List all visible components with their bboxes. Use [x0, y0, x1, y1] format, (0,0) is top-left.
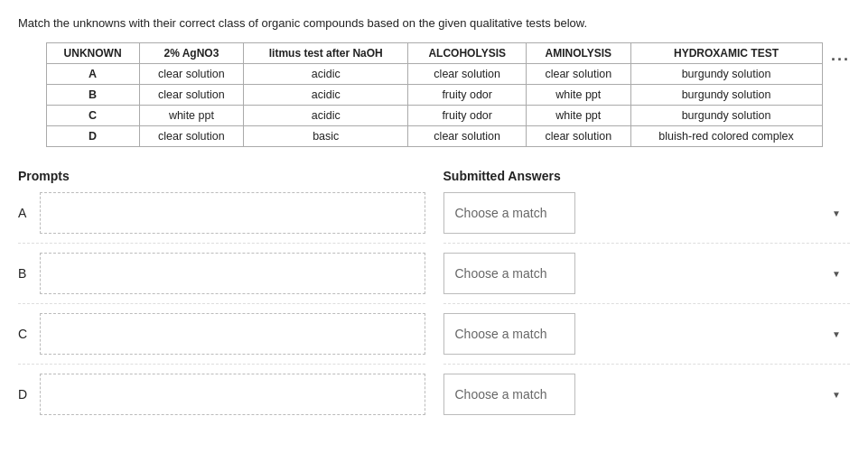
col-header-aminolysis: AMINOLYSIS	[527, 43, 630, 64]
prompt-label-A: A	[18, 206, 40, 220]
cell-litmus-A: acidic	[244, 64, 408, 85]
answer-row: Choose a matchEsterAcid ChlorideAmineAmi…	[443, 253, 851, 304]
prompts-header: Prompts	[18, 169, 425, 183]
prompt-box-A	[40, 192, 425, 234]
answers-rows: Choose a matchEsterAcid ChlorideAmineAmi…	[443, 192, 851, 424]
cell-agno3-D: clear solution	[139, 126, 243, 147]
cell-aminolysis-B: white ppt	[527, 85, 630, 106]
answer-select-D[interactable]: Choose a matchEsterAcid ChlorideAmineAmi…	[443, 374, 575, 415]
prompt-label-B: B	[18, 266, 40, 281]
col-header-alcoholysis: ALCOHOLYSIS	[408, 43, 527, 64]
more-options-button[interactable]: ...	[831, 46, 850, 65]
cell-unknown-C: C	[46, 106, 139, 126]
cell-aminolysis-C: white ppt	[527, 106, 630, 126]
prompt-row: A	[18, 192, 425, 244]
table-row: Cwhite pptacidicfruity odorwhite pptburg…	[46, 106, 822, 126]
cell-unknown-A: A	[46, 64, 139, 85]
answer-row: Choose a matchEsterAcid ChlorideAmineAmi…	[443, 313, 851, 365]
cell-alcoholysis-A: clear solution	[408, 64, 527, 85]
prompts-rows: ABCD	[18, 192, 425, 424]
prompt-row: D	[18, 374, 425, 415]
col-header-litmus: litmus test after NaOH	[244, 43, 408, 64]
cell-agno3-B: clear solution	[139, 85, 243, 106]
match-section: Prompts ABCD Submitted Answers Choose a …	[18, 169, 850, 424]
instructions: Match the unknowns with their correct cl…	[18, 16, 850, 30]
cell-aminolysis-D: clear solution	[527, 126, 630, 147]
cell-hydroxamic-D: bluish-red colored complex	[630, 126, 822, 147]
cell-alcoholysis-C: fruity odor	[408, 106, 527, 126]
table-row: Dclear solutionbasicclear solutionclear …	[46, 126, 822, 147]
cell-agno3-A: clear solution	[139, 64, 243, 85]
cell-alcoholysis-B: fruity odor	[408, 85, 527, 106]
prompt-box-B	[40, 253, 425, 294]
cell-litmus-C: acidic	[244, 106, 408, 126]
answer-select-B[interactable]: Choose a matchEsterAcid ChlorideAmineAmi…	[443, 253, 575, 294]
answer-select-C[interactable]: Choose a matchEsterAcid ChlorideAmineAmi…	[443, 313, 575, 355]
cell-hydroxamic-C: burgundy solution	[630, 106, 822, 126]
answer-row: Choose a matchEsterAcid ChlorideAmineAmi…	[443, 374, 851, 415]
table-row: Aclear solutionacidicclear solutionclear…	[46, 64, 822, 85]
cell-aminolysis-A: clear solution	[527, 64, 630, 85]
cell-unknown-D: D	[46, 126, 139, 147]
prompt-box-C	[40, 313, 425, 355]
prompt-label-C: C	[18, 327, 40, 341]
cell-agno3-C: white ppt	[139, 106, 243, 126]
answer-row: Choose a matchEsterAcid ChlorideAmineAmi…	[443, 192, 851, 244]
col-header-hydroxamic: HYDROXAMIC TEST	[630, 43, 822, 64]
answers-header: Submitted Answers	[443, 169, 851, 183]
prompt-label-D: D	[18, 387, 40, 402]
col-header-unknown: UNKNOWN	[46, 43, 139, 64]
prompt-row: C	[18, 313, 425, 365]
cell-unknown-B: B	[46, 85, 139, 106]
data-table-wrapper: ... UNKNOWN 2% AgNO3 litmus test after N…	[18, 42, 850, 147]
answer-select-A[interactable]: Choose a matchEsterAcid ChlorideAmineAmi…	[443, 192, 575, 234]
cell-hydroxamic-B: burgundy solution	[630, 85, 822, 106]
compounds-table: UNKNOWN 2% AgNO3 litmus test after NaOH …	[46, 42, 823, 147]
prompt-box-D	[40, 374, 425, 415]
table-row: Bclear solutionacidicfruity odorwhite pp…	[46, 85, 822, 106]
col-header-agno3: 2% AgNO3	[139, 43, 243, 64]
cell-hydroxamic-A: burgundy solution	[630, 64, 822, 85]
cell-alcoholysis-D: clear solution	[408, 126, 527, 147]
answers-panel: Submitted Answers Choose a matchEsterAci…	[443, 169, 851, 424]
cell-litmus-D: basic	[244, 126, 408, 147]
prompt-row: B	[18, 253, 425, 304]
prompts-panel: Prompts ABCD	[18, 169, 425, 424]
cell-litmus-B: acidic	[244, 85, 408, 106]
